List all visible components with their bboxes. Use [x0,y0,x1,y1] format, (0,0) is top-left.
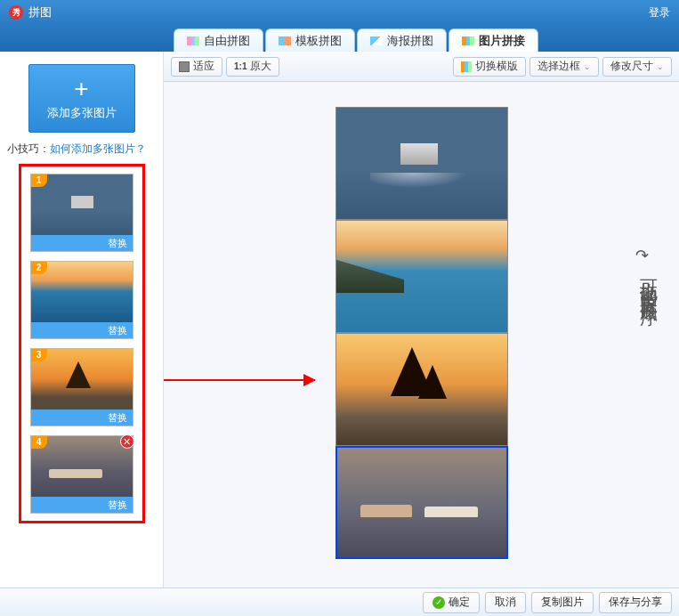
add-images-button[interactable]: + 添加多张图片 [28,64,135,133]
fit-label: 适应 [193,59,214,74]
canvas-area: 适应 1:1原大 切换横版 选择边框⌄ 修改尺寸⌄ ↷ 可拖动图片更换顺序。 [164,52,679,588]
thumbnail-image: 3 [31,349,133,409]
stack-image[interactable] [335,107,508,220]
cancel-button[interactable]: 取消 [485,592,526,613]
stack-image-selected[interactable] [335,446,508,559]
tab-template-collage[interactable]: 模板拼图 [265,28,355,52]
tab-label: 图片拼接 [479,33,525,49]
thumbnail-list-highlight: 1 替换 2 替换 3 替换 4 ✕ 替换 [19,164,145,523]
replace-button[interactable]: 替换 [31,497,133,513]
collage-icon [187,36,199,45]
fit-icon [179,61,190,72]
cancel-label: 取消 [495,595,516,610]
fit-button[interactable]: 适应 [171,57,222,77]
tab-label: 海报拼图 [387,33,433,49]
drag-hint-text: 可拖动图片更换顺序。 [635,265,663,319]
border-label: 选择边框 [538,59,580,74]
tab-image-stitch[interactable]: 图片拼接 [449,28,538,52]
original-label: 原大 [250,59,271,74]
thumbnail-number: 3 [31,349,47,361]
chevron-down-icon: ⌄ [584,62,591,71]
size-label: 修改尺寸 [610,59,653,74]
replace-button[interactable]: 替换 [31,409,133,426]
plus-icon: + [74,77,88,101]
thumbnail-item[interactable]: 4 ✕ 替换 [30,435,133,514]
thumbnail-number: 1 [31,174,47,187]
login-link[interactable]: 登录 [649,5,670,20]
tip-text: 小技巧：如何添加多张图片？ [7,142,156,157]
stitch-icon [462,36,474,45]
thumbnail-item[interactable]: 1 替换 [30,174,133,252]
copy-label: 复制图片 [541,595,584,610]
add-images-label: 添加多张图片 [47,105,117,121]
titlebar: 秀 拼图 登录 [0,0,679,25]
stack-image[interactable] [335,333,508,446]
tab-free-collage[interactable]: 自由拼图 [174,28,263,52]
tab-label: 自由拼图 [204,33,250,49]
tabbar: 自由拼图 模板拼图 海报拼图 图片拼接 [0,25,679,52]
close-icon[interactable]: ✕ [120,434,134,449]
canvas-toolbar: 适应 1:1原大 切换横版 选择边框⌄ 修改尺寸⌄ [164,52,679,82]
tip-prefix: 小技巧： [7,142,50,155]
save-share-button[interactable]: 保存与分享 [599,592,672,613]
replace-button[interactable]: 替换 [31,322,133,338]
thumbnail-number: 4 [31,436,47,449]
thumbnail-image: 2 [31,262,133,322]
window-title: 拼图 [28,4,52,20]
save-label: 保存与分享 [609,595,662,610]
ok-label: 确定 [449,595,470,610]
sidebar: + 添加多张图片 小技巧：如何添加多张图片？ 1 替换 2 替换 3 替换 4 … [0,52,164,588]
ok-button[interactable]: ✓确定 [423,592,480,613]
thumbnail-item[interactable]: 3 替换 [30,348,133,426]
stitched-image-stack[interactable] [335,107,508,559]
tip-link[interactable]: 如何添加多张图片？ [50,142,146,155]
hint-arrow-icon: ↷ [635,246,649,265]
app-logo-icon: 秀 [9,5,23,20]
thumbnail-item[interactable]: 2 替换 [30,261,133,339]
original-size-button[interactable]: 1:1原大 [226,57,279,77]
switch-icon [461,61,472,72]
replace-button[interactable]: 替换 [31,235,133,251]
stack-image[interactable] [335,220,508,333]
check-icon: ✓ [432,596,445,609]
modify-size-button[interactable]: 修改尺寸⌄ [602,57,672,77]
thumbnail-number: 2 [31,262,47,274]
template-icon [279,36,291,45]
chevron-down-icon: ⌄ [657,62,664,71]
tab-label: 模板拼图 [295,33,342,49]
thumbnail-image: 1 [31,174,133,235]
select-border-button[interactable]: 选择边框⌄ [529,57,599,77]
annotation-arrow [164,379,315,381]
poster-icon [370,36,383,45]
one-to-one-icon: 1:1 [234,61,247,71]
canvas[interactable]: ↷ 可拖动图片更换顺序。 [164,82,679,588]
copy-image-button[interactable]: 复制图片 [531,592,594,613]
switch-label: 切换横版 [475,59,518,74]
main-area: + 添加多张图片 小技巧：如何添加多张图片？ 1 替换 2 替换 3 替换 4 … [0,52,679,588]
switch-template-button[interactable]: 切换横版 [453,57,526,77]
tab-poster-collage[interactable]: 海报拼图 [357,28,447,52]
thumbnail-image: 4 ✕ [31,436,133,497]
footer: ✓确定 取消 复制图片 保存与分享 [0,588,679,616]
